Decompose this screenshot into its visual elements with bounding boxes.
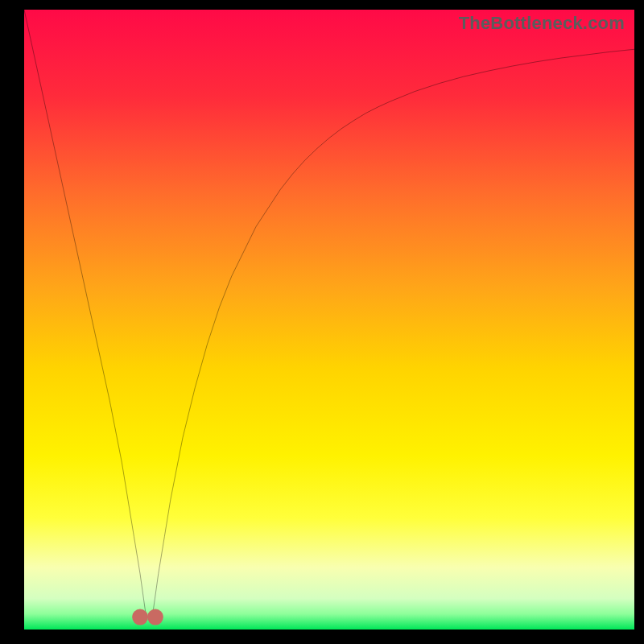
curve-markers <box>132 609 163 625</box>
curve-marker <box>132 609 148 625</box>
curve-layer <box>24 10 634 630</box>
outer-frame: TheBottleneck.com <box>0 0 644 644</box>
curve-marker <box>147 609 163 625</box>
watermark-text: TheBottleneck.com <box>459 13 625 34</box>
plot-area: TheBottleneck.com <box>24 10 634 630</box>
bottleneck-curve <box>24 10 634 617</box>
